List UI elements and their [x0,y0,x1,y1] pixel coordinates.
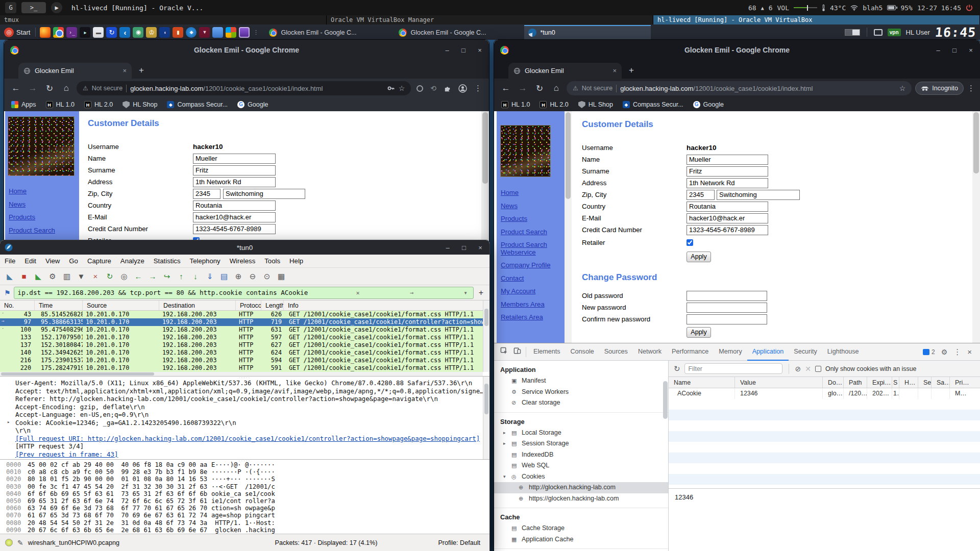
toolbar-icon[interactable]: ▦ [275,270,288,283]
form-input[interactable] [193,212,276,222]
toolbar-icon[interactable]: ⊖ [246,270,259,283]
close-button[interactable]: × [967,46,975,54]
menu-item[interactable]: File [0,257,20,265]
filter-bookmark-icon[interactable]: ⚑ [4,289,11,297]
packet-list-header[interactable]: No.TimeSourceDestinationProtocolLengthIn… [0,300,489,311]
filter-apply-icon[interactable]: → [408,289,415,296]
menu-kebab-icon[interactable]: ⋮ [474,84,482,93]
titlebar[interactable]: Glocken Emil - Google Chrome – □ × [4,40,489,60]
form-input[interactable] [687,155,768,165]
avatar-icon[interactable] [458,84,467,93]
window-list-item[interactable]: tmux [0,15,327,24]
menu-item[interactable]: Edit [20,257,41,265]
nav-link[interactable]: News [501,203,561,210]
extension-recycle-icon[interactable]: ⟲ [430,84,436,92]
nav-link[interactable]: Product Search Webservice [501,241,561,256]
form-input[interactable] [687,202,768,212]
home-button[interactable]: ⌂ [550,83,563,93]
annotation-icon[interactable]: ✎ [17,539,23,547]
terminal-dark-icon[interactable]: ▸ [80,27,90,38]
retailer-checkbox[interactable] [687,239,693,246]
detail-line[interactable]: [Prev request in frame: 43] [0,450,489,459]
toolbar-icon[interactable]: ↑ [175,270,188,283]
nav-link[interactable]: My Account [501,288,561,295]
devtools-tab[interactable]: Network [633,343,667,361]
reload-button[interactable]: ↻ [43,83,56,94]
filter-dropdown-icon[interactable]: ▾ [461,289,469,296]
hex-row[interactable]: 006063 74 69 6f 6e 3d 73 68 6f 77 70 61 … [0,505,489,512]
maximize-button[interactable]: □ [459,46,468,54]
vpn-badge[interactable]: vpn [888,29,901,36]
app-green-icon[interactable]: ◉ [133,27,143,38]
volume-slider[interactable] [794,5,817,11]
form-input[interactable] [193,224,276,234]
minimize-button[interactable]: – [443,46,451,54]
tree-item[interactable]: ▦Application Cache [494,534,668,545]
warning-icon[interactable]: ⚠ [83,85,88,92]
toolbar-icon[interactable]: ◎ [117,270,131,283]
toolbar-icon[interactable]: ◣ [3,270,16,283]
app-navy-icon[interactable]: ◖ [159,27,170,38]
packet-row[interactable]: 137 152.301808474 10.201.0.170 192.168.2… [0,341,489,349]
nav-link[interactable]: Product Search [9,227,79,235]
forward-button[interactable]: → [516,83,529,93]
toolbar-icon[interactable]: ◣ [32,270,45,283]
tree-item[interactable]: ⊕http://glocken.hacking-lab.com [494,482,668,493]
bookmark-item[interactable]: H HL 2.0 [84,101,113,108]
toolbar-icon[interactable]: ▼ [75,270,88,283]
tree-item[interactable]: ▸▤Session Storage [494,438,668,449]
filter-clear-icon[interactable]: ✕ [354,289,361,296]
overflow-icon[interactable]: ⋮ [252,27,258,38]
address-bar[interactable]: ⚠ Not secure glocken.hacking-lab.com/120… [567,81,912,95]
tab-close-icon[interactable]: × [122,67,127,74]
hex-row[interactable]: 008020 48 54 54 50 2f 31 2e 31 0d 0a 48 … [0,519,489,527]
hex-row[interactable]: 00406f 6f 6b 69 65 5f 63 61 73 65 31 2f … [0,490,489,497]
bookmark-star-icon[interactable]: ☆ [899,84,906,92]
detail-line[interactable]: \r\n [0,427,489,435]
details-scrollbar[interactable] [483,377,489,459]
back-button[interactable]: ← [499,83,512,93]
tree-item[interactable]: ⚙Service Workers [494,387,668,398]
nav-link[interactable]: Retailers Area [501,314,561,321]
devtools-tab[interactable]: Memory [714,343,747,361]
warning-icon[interactable]: ⚠ [573,85,578,92]
packet-row[interactable]: 220 175.282479199 10.201.0.170 192.168.2… [0,364,489,372]
form-input[interactable] [193,165,276,176]
cookie-filter-input[interactable] [684,363,782,374]
tree-scrollbar[interactable] [663,381,668,419]
close-button[interactable]: × [476,244,484,252]
display-filter-input[interactable]: ip.dst == 192.168.200.203 && tcp.port ==… [14,287,474,299]
form-input[interactable] [193,201,276,211]
puzzle-extensions-icon[interactable] [444,85,451,92]
form-input[interactable] [193,154,276,164]
folder-icon[interactable] [212,27,223,38]
app-gold-icon[interactable]: ♔ [146,27,157,38]
detail-line[interactable]: Referer: http://glocken.hacking-lab.com/… [0,395,489,403]
issue-filter-checkbox[interactable] [815,366,821,372]
menu-item[interactable]: Help [285,257,308,265]
nav-link[interactable]: Contact [501,275,561,283]
menu-item[interactable]: View [41,257,64,265]
tree-item[interactable]: ▤Cache Storage [494,523,668,534]
terminal-tab-icon[interactable]: >_ [21,2,46,13]
detail-line[interactable]: [HTTP request 3/4] [0,442,489,450]
firefox-icon[interactable] [40,27,51,38]
form-input[interactable] [687,178,768,188]
toolbar-icon[interactable]: ⚙ [46,270,59,283]
extension-ring-icon[interactable] [416,85,423,92]
expert-info-icon[interactable] [5,539,13,546]
vscode-icon[interactable]: ‹ [119,27,130,38]
zip-input[interactable] [687,190,715,200]
bookmark-item[interactable]: HL Shop [578,101,613,108]
devtools-tab[interactable]: Console [566,343,599,361]
password-input[interactable] [687,314,767,324]
nav-link[interactable]: Company Profile [501,262,561,269]
hex-row[interactable]: 0010c0 a8 c8 cb a9 fc 00 50 99 28 e3 7b … [0,468,489,475]
home-button[interactable]: ⌂ [60,83,73,93]
menu-item[interactable]: Statistics [149,257,185,265]
bookmark-item[interactable]: H HL 1.0 [501,101,530,108]
tree-item[interactable]: ▤IndexedDB [494,449,668,461]
display-tray-icon[interactable] [874,29,883,36]
clear-cookies-icon[interactable]: ⊘ [795,365,801,373]
titlebar[interactable]: Glocken Emil - Google Chrome – □ × [494,40,980,60]
